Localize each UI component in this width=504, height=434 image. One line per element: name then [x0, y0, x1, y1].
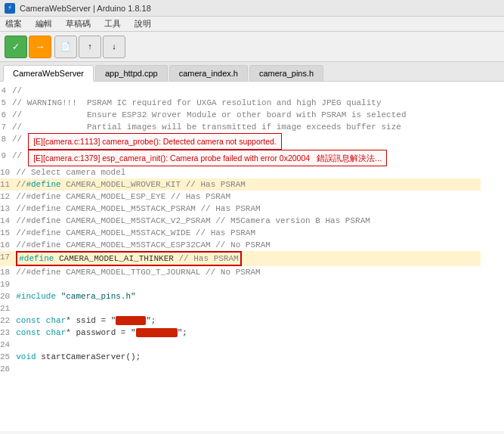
toolbar-group-2: 📄 ↑ ↓: [54, 36, 125, 58]
code-line-19: 19: [0, 278, 481, 290]
error-box-1: [E][camera.c:1113] camera_probe(): Detec…: [28, 133, 282, 150]
open-button[interactable]: ↑: [79, 36, 101, 58]
code-line-6: 6 // Ensure ESP32 Wrover Module or other…: [0, 109, 481, 121]
chinese-annotation: 錯誤訊息解決法...: [317, 153, 382, 163]
code-line-16: 16 //#define CAMERA_MODEL_M5STACK_ESP32C…: [0, 239, 481, 251]
code-line-14: 14 //#define CAMERA_MODEL_M5STACK_V2_PSR…: [0, 215, 481, 227]
code-line-7: 7 // Partial images will be transmitted …: [0, 121, 481, 133]
code-line-5: 5 // WARNING!!! PSRAM IC required for UX…: [0, 97, 481, 109]
highlighted-define: #define CAMERA_MODEL_AI_THINKER // Has P…: [16, 251, 241, 266]
tab-camera-index[interactable]: camera_index.h: [169, 65, 248, 81]
code-line-24: 24: [0, 339, 481, 351]
save-button[interactable]: ↓: [103, 36, 125, 58]
title-bar-text: CameraWebServer | Arduino 1.8.18: [20, 4, 151, 13]
verify-button[interactable]: ✓: [5, 36, 27, 58]
code-line-15: 15 //#define CAMERA_MODEL_M5STACK_WIDE /…: [0, 227, 481, 239]
tab-camerawebserver[interactable]: CameraWebServer: [3, 65, 94, 82]
title-bar: ⚡ CameraWebServer | Arduino 1.8.18: [0, 0, 504, 17]
code-line-26: 26: [0, 363, 481, 375]
new-button[interactable]: 📄: [54, 36, 77, 58]
toolbar-group-1: ✓ →: [5, 36, 51, 58]
menu-file[interactable]: 檔案: [3, 17, 24, 30]
code-line-20: 20 #include "camera_pins.h": [0, 290, 481, 302]
code-line-10: 10 // Select camera model: [0, 166, 481, 178]
code-line-8: 8 // [E][camera.c:1113] camera_probe(): …: [0, 133, 481, 150]
code-line-9: 9 // [E][camera.c:1379] esp_camera_init(…: [0, 150, 481, 166]
code-line-17: 17 #define CAMERA_MODEL_AI_THINKER // Ha…: [0, 251, 481, 266]
menu-tools[interactable]: 工具: [102, 17, 123, 30]
code-line-25: 25 void startCameraServer();: [0, 351, 481, 363]
tab-camera-pins[interactable]: camera_pins.h: [249, 65, 323, 81]
code-line-21: 21: [0, 302, 481, 315]
menu-sketch[interactable]: 草稿碼: [63, 17, 93, 30]
code-line-18: 18 //#define CAMERA_MODEL_TTGO_T_JOURNAL…: [0, 266, 481, 278]
code-line-11: 11 //#define CAMERA_MODEL_WROVER_KIT // …: [0, 178, 481, 191]
menu-help[interactable]: 說明: [132, 17, 153, 30]
upload-button[interactable]: →: [29, 36, 51, 58]
code-line-23: 23 const char* password = " ";: [0, 327, 481, 339]
tab-app-httpd[interactable]: app_httpd.cpp: [95, 65, 168, 81]
toolbar: ✓ → 📄 ↑ ↓: [0, 32, 504, 62]
code-line-4: 4 //: [0, 85, 481, 97]
code-editor: 4 // 5 // WARNING!!! PSRAM IC required f…: [0, 82, 504, 431]
menu-bar: 檔案 編輯 草稿碼 工具 說明: [0, 17, 504, 32]
menu-edit[interactable]: 編輯: [33, 17, 54, 30]
error-box-2: [E][camera.c:1379] esp_camera_init(): Ca…: [28, 150, 387, 166]
code-line-13: 13 //#define CAMERA_MODEL_M5STACK_PSRAM …: [0, 203, 481, 215]
tab-bar: CameraWebServer app_httpd.cpp camera_ind…: [0, 62, 504, 82]
code-line-12: 12 //#define CAMERA_MODEL_ESP_EYE // Has…: [0, 191, 481, 203]
code-area[interactable]: 4 // 5 // WARNING!!! PSRAM IC required f…: [0, 82, 504, 431]
app-icon: ⚡: [5, 3, 15, 14]
code-line-22: 22 const char* ssid = " ";: [0, 315, 481, 327]
